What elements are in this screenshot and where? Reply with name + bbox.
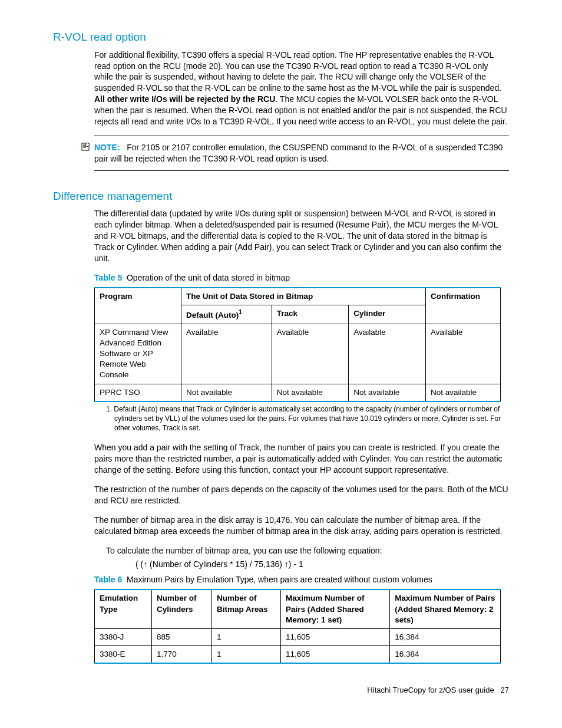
td: Available: [349, 324, 426, 384]
table-caption-6: Table 6 Maximum Pairs by Emulation Type,…: [94, 574, 509, 585]
table-header-row: Program The Unit of Data Stored in Bitma…: [95, 288, 501, 305]
table-row: PPRC TSO Not available Not available Not…: [95, 384, 501, 401]
equation: ( (↑ (Number of Cylinders * 15) / 75,136…: [135, 559, 509, 570]
text: Default (Auto): [186, 310, 239, 319]
footer-title: Hitachi TrueCopy for z/OS user guide: [367, 686, 494, 694]
td: 16,384: [390, 646, 501, 664]
td: Not available: [272, 384, 349, 401]
table-label: Table 5: [94, 273, 122, 282]
td: 11,605: [281, 646, 390, 664]
table-header-row: Emulation Type Number of Cylinders Numbe…: [95, 589, 501, 628]
table-footnote: 1. Default (Auto) means that Track or Cy…: [106, 404, 509, 433]
paragraph: The differential data (updated by write …: [94, 208, 509, 263]
note-block: NOTE: For 2105 or 2107 controller emulat…: [94, 136, 509, 171]
td: Not available: [349, 384, 426, 401]
table-row: XP Command View Advanced Edition Softwar…: [95, 324, 501, 384]
td: Not available: [426, 384, 501, 401]
note-text: For 2105 or 2107 controller emulation, t…: [94, 143, 503, 163]
th-unit: The Unit of Data Stored in Bitmap: [181, 288, 426, 305]
th-confirmation: Confirmation: [426, 288, 501, 324]
note-label: NOTE:: [94, 143, 120, 152]
note-icon: [81, 142, 91, 154]
td: Available: [181, 324, 272, 384]
heading-difference-management: Difference management: [53, 189, 509, 204]
td: PPRC TSO: [95, 384, 181, 401]
paragraph: When you add a pair with the setting of …: [94, 442, 509, 476]
td: 885: [152, 629, 212, 646]
table-6: Emulation Type Number of Cylinders Numbe…: [94, 589, 501, 664]
superscript: 1: [239, 309, 242, 315]
page-footer: Hitachi TrueCopy for z/OS user guide 27: [53, 685, 509, 696]
td: 16,384: [390, 629, 501, 646]
paragraph: The restriction of the number of pairs d…: [94, 484, 509, 506]
table-5: Program The Unit of Data Stored in Bitma…: [94, 287, 501, 402]
table-label: Table 6: [94, 575, 122, 584]
paragraph: The number of bitmap area in the disk ar…: [94, 515, 509, 537]
th-nbit: Number of Bitmap Areas: [212, 589, 281, 628]
th-program: Program: [95, 288, 181, 324]
th-track: Track: [272, 305, 349, 324]
th-max1: Maximum Number of Pairs (Added Shared Me…: [281, 589, 390, 628]
table-caption-text: Maximum Pairs by Emulation Type, when pa…: [127, 575, 432, 584]
td: 1,770: [152, 646, 212, 664]
paragraph-rvol: For additional flexibility, TC390 offers…: [94, 50, 509, 127]
table-row: 3380-E 1,770 1 11,605 16,384: [95, 646, 501, 664]
page-number: 27: [501, 686, 509, 694]
th-default: Default (Auto)1: [181, 305, 272, 324]
td: 1: [212, 646, 281, 664]
td: XP Command View Advanced Edition Softwar…: [95, 324, 181, 384]
table-caption-text: Operation of the unit of data stored in …: [127, 273, 290, 282]
td: Available: [272, 324, 349, 384]
text-bold: All other write I/Os will be rejected by…: [94, 94, 275, 104]
heading-rvol-read-option: R-VOL read option: [53, 29, 509, 45]
th-ncyl: Number of Cylinders: [152, 589, 212, 628]
table-caption-5: Table 5 Operation of the unit of data st…: [94, 272, 509, 284]
th-cylinder: Cylinder: [349, 305, 426, 324]
td: Available: [426, 324, 501, 384]
text: For additional flexibility, TC390 offers…: [94, 50, 501, 93]
table-row: 3380-J 885 1 11,605 16,384: [95, 629, 501, 646]
th-emulation: Emulation Type: [95, 589, 152, 628]
td: Not available: [181, 384, 272, 401]
td: 11,605: [281, 629, 390, 646]
th-max2: Maximum Number of Pairs (Added Shared Me…: [390, 589, 501, 628]
td: 1: [212, 629, 281, 646]
td: 3380-E: [95, 646, 152, 664]
equation-intro: To calculate the number of bitmap area, …: [106, 545, 509, 556]
td: 3380-J: [95, 629, 152, 646]
